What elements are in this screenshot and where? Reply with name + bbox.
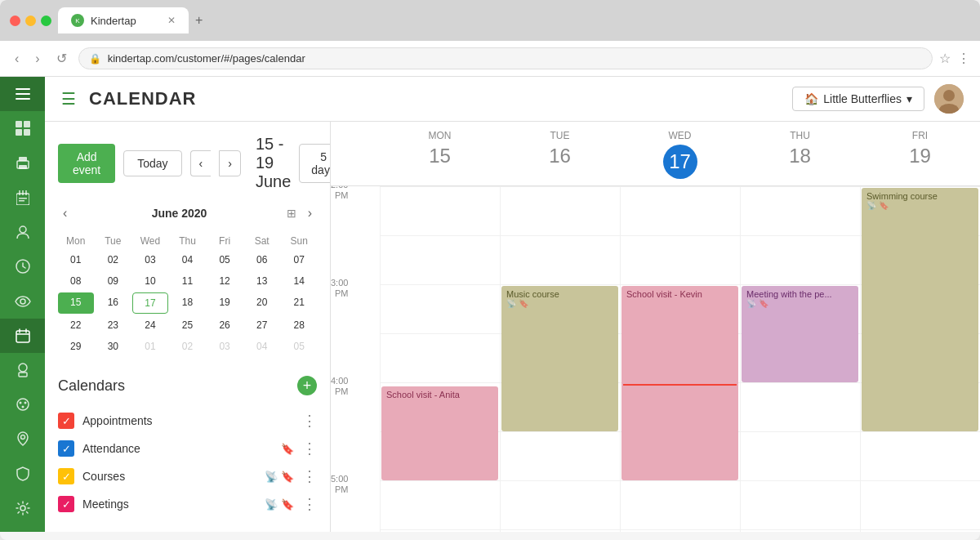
mini-cal-day-cell[interactable]: 07 (281, 250, 317, 270)
mini-cal-day-cell[interactable]: 06 (244, 250, 280, 270)
calendar-cell[interactable] (380, 284, 500, 333)
mini-cal-day-cell[interactable]: 02 (170, 337, 206, 356)
hamburger-icon[interactable]: ☰ (61, 89, 76, 109)
mini-cal-day-cell[interactable]: 19 (207, 292, 243, 314)
mini-cal-day-cell[interactable]: 13 (244, 271, 280, 291)
user-avatar[interactable] (934, 84, 964, 114)
sidebar-item-dashboard[interactable] (0, 111, 45, 145)
sidebar-item-calendar[interactable] (0, 319, 45, 353)
mini-cal-day-cell[interactable]: 01 (132, 337, 168, 356)
browser-menu-icon[interactable]: ⋮ (957, 51, 970, 66)
calendar-cell[interactable] (620, 186, 740, 235)
calendar-cell[interactable] (380, 480, 500, 529)
calendar-cell[interactable] (740, 235, 860, 284)
cal-checkbox-appointments[interactable]: ✓ (58, 413, 74, 429)
calendar-cell[interactable] (380, 235, 500, 284)
calendar-cell[interactable] (740, 382, 860, 431)
mini-cal-day-cell[interactable]: 22 (58, 315, 94, 335)
mini-cal-day-cell[interactable]: 21 (281, 292, 317, 314)
minimize-traffic-light[interactable] (25, 16, 36, 26)
mini-cal-grid-icon[interactable]: ⊞ (287, 207, 296, 220)
cal-more-button[interactable]: ⋮ (302, 467, 317, 485)
browser-forward-button[interactable]: › (30, 50, 44, 68)
mini-cal-day-cell[interactable]: 24 (132, 315, 168, 335)
calendar-cell[interactable] (860, 529, 980, 532)
sidebar-item-location[interactable] (0, 422, 45, 456)
sidebar-item-clock[interactable] (0, 249, 45, 283)
cal-checkbox-meetings[interactable]: ✓ (58, 496, 74, 512)
add-calendar-button[interactable]: + (297, 376, 317, 395)
prev-button[interactable]: ‹ (190, 150, 212, 176)
calendar-cell[interactable] (740, 480, 860, 529)
calendar-cell[interactable] (500, 431, 620, 480)
cal-checkbox-courses[interactable]: ✓ (58, 468, 74, 484)
event-music-course[interactable]: Music course 📡 🔖 (501, 286, 618, 431)
cal-checkbox-attendance[interactable]: ✓ (58, 440, 74, 457)
cal-more-button[interactable]: ⋮ (302, 412, 317, 430)
sidebar-item-settings[interactable] (0, 491, 45, 525)
sidebar-item-print[interactable] (0, 145, 45, 180)
sidebar-item-contacts[interactable] (0, 215, 45, 249)
address-bar[interactable]: 🔒 kindertap.com/customer/#/pages/calenda… (78, 47, 933, 69)
mini-cal-day-cell[interactable]: 27 (244, 315, 280, 335)
mini-cal-day-cell[interactable]: 09 (96, 271, 131, 291)
mini-cal-day-cell[interactable]: 03 (132, 250, 168, 270)
calendar-cell[interactable] (500, 186, 620, 235)
mini-cal-day-cell[interactable]: 25 (170, 315, 206, 335)
calendar-cell[interactable] (380, 186, 500, 235)
sidebar-item-chef[interactable] (0, 353, 45, 387)
sidebar-item-reports[interactable] (0, 181, 45, 215)
browser-back-button[interactable]: ‹ (10, 50, 24, 68)
mini-cal-day-cell[interactable]: 17 (132, 292, 168, 314)
calendar-cell[interactable] (740, 529, 860, 532)
sidebar-item-eye[interactable] (0, 283, 45, 318)
mini-cal-day-cell[interactable]: 16 (96, 292, 131, 314)
new-tab-button[interactable]: + (189, 7, 209, 34)
nursery-selector[interactable]: 🏠 Little Butterflies ▾ (792, 87, 924, 111)
calendar-cell[interactable] (740, 186, 860, 235)
mini-cal-day-cell[interactable]: 14 (281, 271, 317, 291)
calendar-cell[interactable] (620, 480, 740, 529)
calendar-cell[interactable] (500, 480, 620, 529)
browser-tab[interactable]: K Kindertap ✕ (58, 7, 189, 33)
mini-cal-day-cell[interactable]: 29 (58, 337, 94, 356)
event-school-visit-anita[interactable]: School visit - Anita (381, 386, 498, 480)
event-swimming-course[interactable]: Swimming course 📡 🔖 (862, 188, 978, 431)
sidebar-item-hamburger[interactable] (0, 77, 45, 111)
maximize-traffic-light[interactable] (41, 16, 51, 26)
mini-cal-day-cell[interactable]: 20 (244, 292, 280, 314)
tab-close-button[interactable]: ✕ (167, 15, 176, 26)
calendar-cell[interactable] (620, 529, 740, 532)
calendar-cell[interactable] (860, 431, 980, 480)
today-button[interactable]: Today (123, 150, 181, 176)
mini-cal-day-cell[interactable]: 02 (96, 250, 131, 270)
view-selector[interactable]: 5 days ▾ (299, 144, 331, 183)
mini-cal-day-cell[interactable]: 30 (96, 337, 131, 356)
mini-cal-prev[interactable]: ‹ (58, 204, 72, 222)
close-traffic-light[interactable] (10, 16, 20, 26)
mini-cal-day-cell[interactable]: 11 (170, 271, 206, 291)
mini-cal-day-cell[interactable]: 26 (207, 315, 243, 335)
mini-cal-next[interactable]: › (303, 204, 317, 222)
mini-cal-day-cell[interactable]: 01 (58, 250, 94, 270)
cal-more-button[interactable]: ⋮ (302, 495, 317, 513)
browser-refresh-button[interactable]: ↺ (51, 49, 72, 68)
mini-cal-day-cell[interactable]: 03 (207, 337, 243, 356)
add-event-button[interactable]: Add event (58, 144, 115, 183)
sidebar-item-palette[interactable] (0, 387, 45, 422)
next-button[interactable]: › (219, 150, 241, 176)
sidebar-item-shield[interactable] (0, 457, 45, 491)
calendar-cell[interactable] (500, 235, 620, 284)
calendar-cell[interactable] (380, 529, 500, 532)
event-meeting-pe[interactable]: Meeting with the pe... 📡 🔖 (742, 286, 858, 382)
mini-cal-day-cell[interactable]: 10 (132, 271, 168, 291)
mini-cal-day-cell[interactable]: 05 (281, 337, 317, 356)
calendar-cell[interactable] (500, 529, 620, 532)
cal-more-button[interactable]: ⋮ (302, 440, 317, 457)
event-school-visit-kevin[interactable]: School visit - Kevin (621, 286, 738, 480)
mini-cal-day-cell[interactable]: 04 (244, 337, 280, 356)
mini-cal-day-cell[interactable]: 15 (58, 292, 94, 314)
mini-cal-day-cell[interactable]: 18 (170, 292, 206, 314)
calendar-cell[interactable] (740, 431, 860, 480)
mini-cal-day-cell[interactable]: 23 (96, 315, 131, 335)
